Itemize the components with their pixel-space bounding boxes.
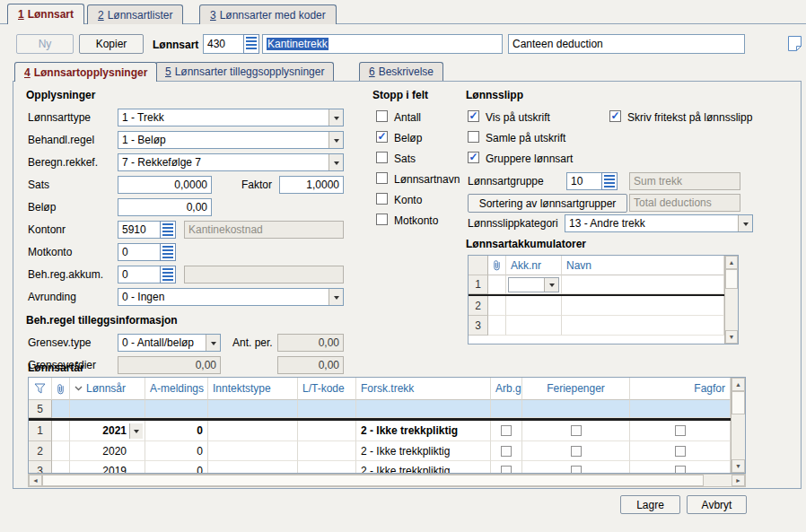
forsktrekk-cell[interactable]: 2 - Ikke trekkpliktig: [356, 441, 491, 461]
attachment-column-header[interactable]: [52, 378, 70, 400]
ltkode-cell[interactable]: [298, 421, 356, 441]
lonnsar-column-header[interactable]: Lønnsår: [70, 378, 145, 400]
sats-field[interactable]: 0,0000: [118, 176, 212, 194]
tab-lonnsarter-tilleggsopplysninger[interactable]: 5 Lønnsarter tilleggsopplysninger: [155, 62, 334, 81]
lonnsartar-horizontal-scrollbar[interactable]: [28, 474, 746, 487]
grid-checkbox[interactable]: [675, 446, 686, 457]
dropdown-arrow-icon[interactable]: [206, 335, 220, 351]
tab-lonnsarter-med-koder[interactable]: 3 Lønnsarter med koder: [199, 4, 337, 24]
scroll-down-icon[interactable]: [732, 459, 745, 473]
grensevtype-select[interactable]: 0 - Antall/beløp: [118, 334, 221, 352]
ltkode-cell[interactable]: [298, 441, 356, 461]
fagfor-cell[interactable]: [630, 421, 731, 441]
new-button[interactable]: Ny: [16, 34, 74, 54]
lonnsslippkategori-select[interactable]: 13 - Andre trekk: [565, 214, 753, 232]
behregakkum-field[interactable]: 0: [118, 266, 161, 283]
tab-lonnsartlister[interactable]: 2 Lønnsartlister: [87, 4, 183, 24]
scrollbar-thumb[interactable]: [42, 475, 704, 486]
fagfor-cell[interactable]: [630, 461, 731, 473]
gruppere-lonnsart-checkbox[interactable]: ✓: [468, 152, 479, 163]
vis-pa-utskrift-checkbox[interactable]: ✓: [468, 110, 479, 122]
samle-pa-utskrift-checkbox[interactable]: [468, 131, 479, 143]
akknr-select[interactable]: [508, 277, 559, 292]
ameldings-cell[interactable]: 0: [145, 421, 208, 441]
akknr-cell[interactable]: [506, 275, 562, 294]
arbg-column-header[interactable]: Arb.g: [491, 378, 522, 400]
navn-cell[interactable]: [562, 316, 724, 336]
akkumulator-row[interactable]: 3: [469, 316, 724, 336]
fagfor-cell[interactable]: [630, 441, 731, 461]
tab-lonnsart[interactable]: 1 Lønnsart: [7, 4, 84, 24]
filter-column-header[interactable]: [29, 378, 52, 400]
motkonto-checkbox[interactable]: [376, 214, 388, 225]
note-icon[interactable]: [787, 35, 802, 52]
attachment-column-header[interactable]: [488, 256, 506, 275]
dropdown-arrow-icon[interactable]: [329, 132, 343, 148]
beregnrekkef-select[interactable]: 7 - Rekkefølge 7: [118, 153, 344, 171]
scroll-left-icon[interactable]: [29, 475, 42, 486]
forsktrekk-column-header[interactable]: Forsk.trekk: [356, 378, 491, 400]
grid-checkbox[interactable]: [675, 425, 686, 436]
lonnsar-cell[interactable]: 2019: [70, 461, 145, 473]
lonnsar-cell[interactable]: 2021: [70, 421, 145, 441]
behregakkum-lookup-icon[interactable]: [160, 266, 176, 283]
skriv-fritekst-checkbox[interactable]: ✓: [609, 110, 621, 122]
lonnsartar-row[interactable]: 2 2020 0 2 - Ikke trekkpliktig: [29, 441, 731, 461]
dropdown-arrow-icon[interactable]: [129, 423, 143, 439]
akkumulator-row[interactable]: 1: [469, 275, 724, 296]
lonnsartgruppe-lookup-icon[interactable]: [601, 172, 618, 190]
faktor-field[interactable]: 1,0000: [279, 176, 344, 194]
grid-checkbox[interactable]: [571, 446, 582, 457]
tab-lonnsartopplysninger[interactable]: 4 Lønnsartopplysninger: [14, 62, 157, 82]
lonnsartar-row[interactable]: 1 2021 0 2 - Ikke trekkpliktig: [29, 421, 731, 441]
feriepenger-cell[interactable]: [522, 461, 630, 473]
navn-cell[interactable]: [562, 275, 724, 294]
akknr-column-header[interactable]: Akk.nr: [506, 256, 562, 275]
dropdown-arrow-icon[interactable]: [329, 109, 343, 126]
scroll-up-icon[interactable]: [732, 378, 745, 391]
lonnsart-number-field[interactable]: 430: [203, 34, 244, 54]
lonnsartgruppe-field[interactable]: 10: [566, 172, 602, 190]
behandlregel-select[interactable]: 1 - Beløp: [118, 131, 344, 149]
save-button[interactable]: Lagre: [620, 495, 680, 514]
feriepenger-column-header[interactable]: Feriepenger: [522, 378, 630, 400]
forsktrekk-cell[interactable]: 2 - Ikke trekkpliktig: [356, 421, 491, 441]
arbg-cell[interactable]: [491, 441, 522, 461]
tab-beskrivelse[interactable]: 6 Beskrivelse: [359, 62, 443, 81]
inntektstype-cell[interactable]: [208, 461, 298, 473]
grid-checkbox[interactable]: [501, 446, 512, 457]
akknr-cell[interactable]: [506, 296, 562, 316]
new-entry-row[interactable]: 5: [29, 400, 731, 418]
lonnsart-name-field[interactable]: Kantinetrekk: [262, 34, 503, 54]
belop-checkbox[interactable]: ✓: [376, 131, 388, 143]
lonnsart-name-english-field[interactable]: Canteen deduction: [508, 34, 745, 54]
avrunding-select[interactable]: 0 - Ingen: [118, 288, 344, 306]
lonnsarttype-select[interactable]: 1 - Trekk: [118, 109, 344, 126]
scrollbar-thumb[interactable]: [732, 391, 745, 414]
lonnsart-number-lookup-icon[interactable]: [243, 34, 259, 54]
cancel-button[interactable]: Avbryt: [687, 495, 747, 514]
antall-checkbox[interactable]: [376, 110, 388, 122]
scroll-down-icon[interactable]: [725, 330, 738, 344]
dropdown-arrow-icon[interactable]: [738, 215, 752, 231]
navn-cell[interactable]: [562, 296, 724, 316]
kontonr-lookup-icon[interactable]: [160, 221, 176, 239]
arbg-cell[interactable]: [491, 461, 522, 473]
ltkode-column-header[interactable]: L/T-kode: [298, 378, 356, 400]
scrollbar-thumb[interactable]: [725, 269, 738, 289]
dropdown-arrow-icon[interactable]: [329, 154, 343, 170]
lonnsartar-row[interactable]: 3 2019 0 2 - Ikke trekkpliktig: [29, 461, 731, 473]
feriepenger-cell[interactable]: [522, 441, 630, 461]
motkonto-lookup-icon[interactable]: [160, 243, 176, 261]
akknr-cell[interactable]: [506, 316, 562, 336]
arbg-cell[interactable]: [491, 421, 522, 441]
feriepenger-cell[interactable]: [522, 421, 630, 441]
navn-column-header[interactable]: Navn: [562, 256, 724, 275]
forsktrekk-cell[interactable]: 2 - Ikke trekkpliktig: [356, 461, 491, 473]
konto-checkbox[interactable]: [376, 193, 388, 205]
inntektstype-column-header[interactable]: Inntektstype: [208, 378, 298, 400]
ameldings-cell[interactable]: 0: [145, 441, 208, 461]
dropdown-arrow-icon[interactable]: [544, 278, 558, 292]
belop-field[interactable]: 0,00: [118, 198, 212, 216]
scroll-right-icon[interactable]: [732, 475, 745, 486]
